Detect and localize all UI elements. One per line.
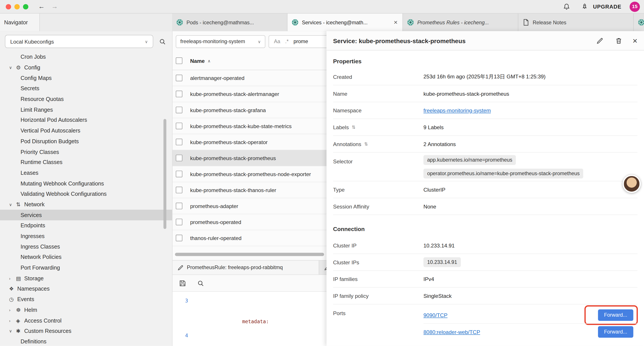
sidebar-item[interactable]: Horizontal Pod Autoscalers — [0, 115, 172, 125]
sidebar-item[interactable]: Network Policies — [0, 252, 172, 263]
port-forward-button[interactable]: Forward... — [598, 310, 634, 321]
sidebar-item[interactable]: Ingress Classes — [0, 241, 172, 252]
sidebar-item-label: Resource Quotas — [20, 96, 64, 102]
scrollbar[interactable] — [164, 119, 166, 229]
sorter-icon[interactable]: ⇅ — [352, 125, 355, 130]
editor-tab[interactable]: Pods - icecheng@mathmas... — [172, 13, 288, 31]
sidebar-item[interactable]: Limit Ranges — [0, 104, 172, 115]
connection-row-cluster-ip: Cluster IP 10.233.14.91 — [333, 237, 638, 254]
sidebar-item-label: Namespaces — [17, 286, 50, 292]
sidebar-item[interactable]: › Storage — [0, 273, 172, 284]
sidebar-item-icon — [16, 307, 24, 313]
row-checkbox[interactable] — [176, 107, 182, 113]
kubeconfig-selector[interactable]: Local Kubeconfigs ∨ — [5, 35, 153, 48]
sidebar-item[interactable]: ∨ Custom Resources — [0, 326, 172, 336]
sort-asc-icon: ∧ — [208, 58, 211, 63]
drawer-header: Service: kube-prometheus-stack-prometheu… — [326, 31, 644, 50]
code-span: metadata: — [242, 319, 269, 325]
sidebar-item[interactable]: Leases — [0, 168, 172, 178]
save-icon[interactable] — [177, 278, 187, 288]
sidebar-item[interactable]: Mutating Webhook Configurations — [0, 178, 172, 189]
close-icon[interactable]: × — [632, 36, 638, 45]
ip-family-policy-value: SingleStack — [424, 293, 452, 299]
dock-tab[interactable]: PrometheusRule: freeleaps-prod-rabbitmq — [172, 261, 319, 275]
editor-tab[interactable]: Argo S — [634, 13, 644, 31]
delete-button[interactable] — [614, 36, 624, 45]
sidebar-item[interactable]: › Access Control — [0, 315, 172, 326]
tab-close-icon[interactable]: × — [393, 19, 398, 26]
ip-families-value: IPv4 — [424, 276, 434, 282]
editor-tab[interactable]: Prometheus Rules - icecheng... — [403, 13, 518, 31]
sidebar-item-label: Priority Classes — [20, 149, 59, 155]
sidebar-item[interactable]: Config Maps — [0, 73, 172, 83]
sidebar-item[interactable]: Events — [0, 294, 172, 305]
forward-button[interactable]: → — [51, 3, 58, 10]
row-checkbox[interactable] — [176, 139, 182, 145]
match-case-toggle[interactable]: Aa — [274, 38, 280, 44]
sidebar-item[interactable]: Priority Classes — [0, 146, 172, 157]
connection-row-cluster-ips: Cluster IPs 10.233.14.91 — [333, 254, 638, 271]
upgrade-button[interactable]: UPGRADE — [580, 1, 622, 11]
sidebar-item-label: Events — [17, 296, 34, 303]
namespace-selector[interactable]: freeleaps-monitoring-system ∨ — [176, 35, 265, 48]
sidebar-item[interactable]: Port Forwarding — [0, 263, 172, 273]
horizontal-scrollbar[interactable] — [175, 253, 324, 256]
sorter-icon[interactable]: ⇅ — [364, 141, 368, 146]
sidebar-item[interactable]: Endpoints — [0, 220, 172, 231]
row-checkbox[interactable] — [176, 123, 182, 129]
row-checkbox[interactable] — [176, 187, 182, 193]
sidebar-item-icon — [16, 328, 24, 334]
user-avatar[interactable] — [623, 175, 641, 193]
sidebar-item[interactable]: Definitions — [0, 336, 172, 346]
sidebar-item[interactable]: Namespaces — [0, 284, 172, 294]
sidebar-item[interactable]: Cron Jobs — [0, 52, 172, 62]
sidebar-item[interactable]: Services — [0, 210, 172, 220]
sidebar-item[interactable]: › Helm — [0, 305, 172, 315]
search-icon[interactable] — [158, 36, 167, 46]
sidebar-item[interactable]: Resource Quotas — [0, 94, 172, 104]
row-checkbox[interactable] — [176, 219, 182, 225]
chevron-icon: › — [9, 308, 16, 312]
row-checkbox[interactable] — [176, 203, 182, 209]
name-column-header[interactable]: Name — [190, 58, 205, 64]
row-checkbox[interactable] — [176, 235, 182, 241]
sidebar-item[interactable]: ∨ Config — [0, 62, 172, 73]
notifications-bell-icon[interactable] — [562, 1, 572, 11]
select-all-checkbox[interactable] — [176, 57, 182, 64]
minimize-window-button[interactable] — [14, 4, 20, 9]
editor-search-icon[interactable] — [196, 278, 206, 288]
sidebar-item[interactable]: Runtime Classes — [0, 157, 172, 168]
notification-count-badge[interactable]: 15 — [630, 1, 640, 12]
edit-button[interactable] — [595, 36, 605, 45]
row-checkbox[interactable] — [176, 171, 182, 177]
line-number: 3 — [176, 297, 195, 332]
sidebar-item[interactable]: Vertical Pod Autoscalers — [0, 125, 172, 136]
sidebar-item-label: Runtime Classes — [20, 159, 62, 165]
chevron-icon: ∨ — [9, 65, 16, 70]
port-forward-button[interactable]: Forward... — [598, 326, 634, 338]
cluster-ips-label: Cluster IPs — [333, 259, 424, 265]
back-button[interactable]: ← — [38, 3, 45, 10]
regex-toggle[interactable]: .* — [285, 38, 289, 44]
sidebar-item[interactable]: Pod Disruption Budgets — [0, 136, 172, 146]
sidebar-item-label: Custom Resources — [24, 328, 72, 334]
sidebar-item-label: Pod Disruption Budgets — [20, 138, 79, 144]
namespace-link[interactable]: freeleaps-monitoring-system — [424, 107, 491, 113]
port-link[interactable]: 8080:reloader-web/TCP — [424, 329, 480, 335]
cluster-icon — [522, 19, 529, 26]
sidebar-item[interactable]: Ingresses — [0, 231, 172, 241]
row-checkbox[interactable] — [176, 91, 182, 97]
port-link[interactable]: 9090/TCP — [424, 312, 448, 318]
cluster-icon — [176, 19, 183, 26]
row-checkbox[interactable] — [176, 75, 182, 81]
close-window-button[interactable] — [6, 4, 11, 9]
sidebar-item[interactable]: ∨ Network — [0, 199, 172, 210]
editor-tab[interactable]: Release Notes — [518, 13, 634, 31]
titlebar: ← → UPGRADE 15 — [0, 0, 644, 13]
row-checkbox[interactable] — [176, 155, 182, 161]
sidebar-item[interactable]: Secrets — [0, 83, 172, 94]
editor-tab[interactable]: Services - icecheng@math... × — [288, 13, 403, 31]
maximize-window-button[interactable] — [23, 4, 28, 9]
sidebar-item[interactable]: Validating Webhook Configurations — [0, 189, 172, 199]
dock-tab-label: PrometheusRule: freeleaps-prod-rabbitmq — [187, 265, 283, 271]
